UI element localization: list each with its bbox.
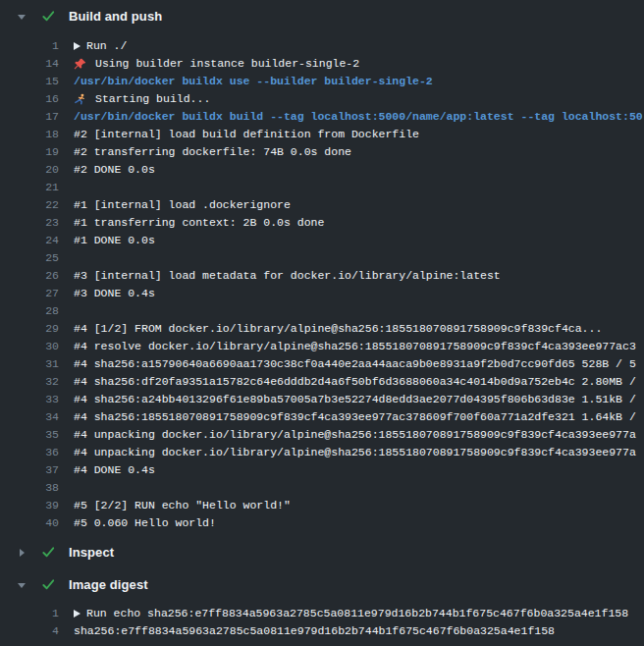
line-number[interactable]: 26 <box>0 267 59 285</box>
line-number[interactable]: 32 <box>0 373 59 391</box>
log-text: #4 sha256:185518070891758909c9f839cf4ca3… <box>74 408 636 426</box>
log-line[interactable]: 30#4 resolve docker.io/library/alpine@sh… <box>0 338 644 355</box>
log-text: /usr/bin/docker buildx build --tag local… <box>74 108 643 126</box>
line-number[interactable]: 14 <box>0 55 59 73</box>
chevron-down-icon[interactable] <box>17 580 27 590</box>
line-number[interactable]: 39 <box>0 497 59 514</box>
line-content: #4 unpacking docker.io/library/alpine@sh… <box>74 426 636 444</box>
log-line[interactable]: 33#4 sha256:a24bb4013296f61e89ba57005a7b… <box>0 391 644 408</box>
log-line[interactable]: 16Starting build... <box>0 90 644 108</box>
log-line[interactable]: 22#1 [internal] load .dockerignore <box>0 196 644 214</box>
line-number[interactable]: 34 <box>0 408 59 426</box>
section-title: Inspect <box>69 545 114 560</box>
line-number[interactable]: 38 <box>0 479 59 497</box>
log-text: #4 unpacking docker.io/library/alpine@sh… <box>74 426 636 444</box>
line-number[interactable]: 30 <box>0 338 59 355</box>
section-header[interactable]: Inspect <box>0 536 644 568</box>
log-line[interactable]: 34#4 sha256:185518070891758909c9f839cf4c… <box>0 408 644 426</box>
log-lines: 1Run ./14Using builder instance builder-… <box>0 32 644 536</box>
line-number[interactable]: 21 <box>0 179 59 196</box>
line-number[interactable]: 17 <box>0 108 59 126</box>
log-text: #2 [internal] load build definition from… <box>74 126 419 143</box>
section-title: Build and push <box>69 9 162 24</box>
expand-group-icon[interactable] <box>74 42 80 50</box>
line-number[interactable]: 18 <box>0 126 59 143</box>
check-icon <box>40 577 56 593</box>
line-content: #4 sha256:185518070891758909c9f839cf4ca3… <box>74 408 636 426</box>
line-number[interactable]: 33 <box>0 391 59 408</box>
log-line[interactable]: 23#1 transferring context: 2B 0.0s done <box>0 214 644 232</box>
log-line[interactable]: 25 <box>0 249 644 267</box>
line-number[interactable]: 23 <box>0 214 59 232</box>
line-content: #2 DONE 0.0s <box>74 161 155 179</box>
chevron-right-icon[interactable] <box>17 548 27 558</box>
check-icon <box>40 545 56 561</box>
log-line[interactable]: 29#4 [1/2] FROM docker.io/library/alpine… <box>0 320 644 338</box>
line-number[interactable]: 36 <box>0 444 59 461</box>
log-line[interactable]: 17/usr/bin/docker buildx build --tag loc… <box>0 108 644 126</box>
line-content: Run echo sha256:e7ff8834a5963a2785c5a081… <box>74 605 628 622</box>
workflow-log-viewer: Build and push1Run ./14Using builder ins… <box>0 0 644 646</box>
log-line[interactable]: 40#5 0.060 Hello world! <box>0 514 644 532</box>
log-line[interactable]: 36#4 unpacking docker.io/library/alpine@… <box>0 444 644 461</box>
line-number[interactable]: 25 <box>0 249 59 267</box>
log-line[interactable]: 26#3 [internal] load metadata for docker… <box>0 267 644 285</box>
line-number[interactable]: 35 <box>0 426 59 444</box>
log-line[interactable]: 19#2 transferring dockerfile: 74B 0.0s d… <box>0 143 644 161</box>
line-content: /usr/bin/docker buildx use --builder bui… <box>74 73 433 90</box>
log-text: #3 DONE 0.4s <box>74 285 155 302</box>
line-number[interactable]: 37 <box>0 461 59 479</box>
log-line[interactable]: 31#4 sha256:a15790640a6690aa1730c38cf0a4… <box>0 355 644 373</box>
log-line[interactable]: 1Run ./ <box>0 37 644 55</box>
log-line[interactable]: 37#4 DONE 0.4s <box>0 461 644 479</box>
line-number[interactable]: 22 <box>0 196 59 214</box>
line-number[interactable]: 31 <box>0 355 59 373</box>
log-text: #5 0.060 Hello world! <box>74 514 216 532</box>
log-text: #2 transferring dockerfile: 74B 0.0s don… <box>74 143 351 161</box>
log-line[interactable]: 39#5 [2/2] RUN echo "Hello world!" <box>0 497 644 514</box>
log-line[interactable]: 24#1 DONE 0.0s <box>0 232 644 249</box>
line-number[interactable]: 1 <box>0 37 59 55</box>
log-section: Inspect <box>0 536 644 568</box>
log-line[interactable]: 35#4 unpacking docker.io/library/alpine@… <box>0 426 644 444</box>
line-number[interactable]: 1 <box>0 605 59 622</box>
log-line[interactable]: 38 <box>0 479 644 497</box>
log-line[interactable]: 18#2 [internal] load build definition fr… <box>0 126 644 143</box>
log-text: Run ./ <box>86 37 127 55</box>
line-number[interactable]: 29 <box>0 320 59 338</box>
line-content: #1 transferring context: 2B 0.0s done <box>74 214 324 232</box>
log-text: Using builder instance builder-single-2 <box>95 55 359 73</box>
line-number[interactable]: 27 <box>0 285 59 302</box>
log-line[interactable]: 1Run echo sha256:e7ff8834a5963a2785c5a08… <box>0 605 644 622</box>
log-line[interactable]: 21 <box>0 179 644 196</box>
log-text: #4 sha256:df20fa9351a15782c64e6dddb2d4a6… <box>74 373 636 391</box>
log-section: Build and push1Run ./14Using builder ins… <box>0 0 644 536</box>
line-number[interactable]: 19 <box>0 143 59 161</box>
section-title: Image digest <box>69 577 148 592</box>
expand-group-icon[interactable] <box>74 610 80 618</box>
log-text: /usr/bin/docker buildx use --builder bui… <box>74 73 433 90</box>
line-content: Starting build... <box>74 90 210 108</box>
section-header[interactable]: Build and push <box>0 0 644 32</box>
line-number[interactable]: 16 <box>0 90 59 108</box>
line-number[interactable]: 24 <box>0 232 59 249</box>
log-text: #4 resolve docker.io/library/alpine@sha2… <box>74 338 636 355</box>
section-header[interactable]: Image digest <box>0 568 644 601</box>
line-number[interactable]: 28 <box>0 302 59 320</box>
line-number[interactable]: 40 <box>0 514 59 532</box>
log-line[interactable]: 32#4 sha256:df20fa9351a15782c64e6dddb2d4… <box>0 373 644 391</box>
log-lines: 1Run echo sha256:e7ff8834a5963a2785c5a08… <box>0 601 644 642</box>
line-content: #4 DONE 0.4s <box>74 461 155 479</box>
line-number[interactable]: 20 <box>0 161 59 179</box>
log-line[interactable]: 4sha256:e7ff8834a5963a2785c5a0811e979d16… <box>0 622 644 640</box>
log-line[interactable]: 20#2 DONE 0.0s <box>0 161 644 179</box>
log-line[interactable]: 27#3 DONE 0.4s <box>0 285 644 302</box>
log-line[interactable]: 14Using builder instance builder-single-… <box>0 55 644 73</box>
log-line[interactable]: 28 <box>0 302 644 320</box>
chevron-down-icon[interactable] <box>17 12 27 22</box>
log-line[interactable]: 15/usr/bin/docker buildx use --builder b… <box>0 73 644 90</box>
line-number[interactable]: 15 <box>0 73 59 90</box>
line-content: /usr/bin/docker buildx build --tag local… <box>74 108 643 126</box>
line-number[interactable]: 4 <box>0 622 59 640</box>
line-content: #4 resolve docker.io/library/alpine@sha2… <box>74 338 636 355</box>
